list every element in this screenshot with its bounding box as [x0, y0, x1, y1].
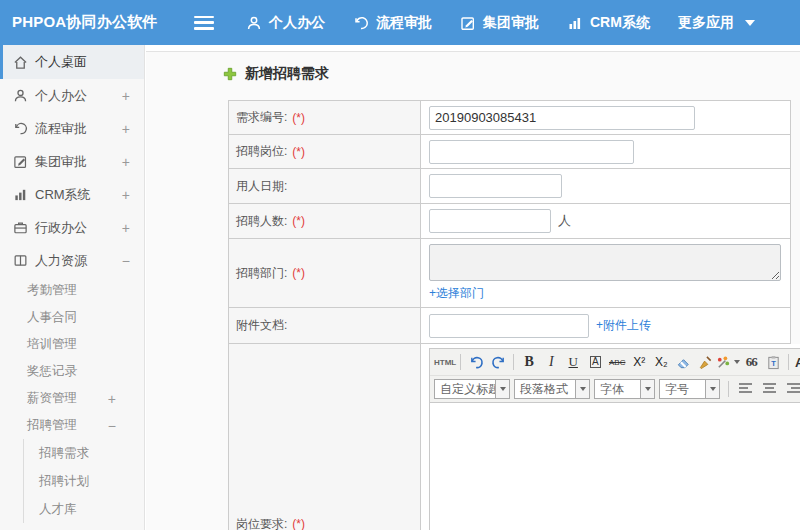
expand-plus-icon[interactable]: + — [122, 122, 130, 136]
attachment-input[interactable] — [429, 314, 589, 338]
sidebar-item-talent-pool[interactable]: 人才库 — [24, 495, 144, 523]
sidebar-item-label: 行政办公 — [35, 219, 87, 237]
expand-plus-icon[interactable]: + — [122, 188, 130, 202]
required-mark: (*) — [292, 517, 305, 530]
heading-style-dropdown[interactable]: 自定义标题 — [434, 379, 510, 399]
italic-icon[interactable]: I — [540, 352, 562, 372]
redo-icon[interactable] — [487, 352, 509, 372]
sidebar-item-recruit-demand[interactable]: 招聘需求 — [24, 439, 144, 467]
broom-icon[interactable] — [694, 352, 716, 372]
sidebar-item-hr-contract[interactable]: 人事合同 — [0, 304, 144, 331]
char-border-icon[interactable]: A — [584, 352, 606, 372]
sidebar-item-reward-punish[interactable]: 奖惩记录 — [0, 358, 144, 385]
sidebar-item-salary-mgmt[interactable]: 薪资管理 + — [0, 385, 144, 412]
attachment-upload-link[interactable]: +附件上传 — [596, 317, 651, 334]
home-icon — [13, 55, 28, 70]
content-top-divider — [146, 45, 800, 52]
html-source-icon[interactable]: HTML — [434, 352, 456, 372]
caret-down-icon — [495, 380, 509, 398]
sidebar-item-label: 人事合同 — [27, 309, 77, 326]
sidebar-item-personal-desktop[interactable]: 个人桌面 — [0, 45, 144, 79]
book-icon — [13, 253, 28, 268]
undo-icon[interactable] — [465, 352, 487, 372]
hamburger-menu-icon[interactable] — [194, 16, 214, 30]
sidebar-item-label: 个人办公 — [35, 87, 87, 105]
form-row-recruit-department: 招聘部门: (*) +选择部门 — [229, 239, 790, 308]
recruit-count-input[interactable] — [429, 209, 551, 233]
font-family-dropdown[interactable]: 字体 — [594, 379, 655, 399]
nav-label: CRM系统 — [590, 14, 650, 32]
sidebar-item-group-approval[interactable]: 集团审批 + — [0, 145, 144, 178]
chart-icon — [567, 15, 583, 31]
demand-code-input[interactable] — [429, 106, 695, 130]
nav-label: 流程审批 — [376, 14, 432, 32]
sidebar-item-attendance-mgmt[interactable]: 考勤管理 — [0, 277, 144, 304]
expand-plus-icon[interactable]: + — [122, 89, 130, 103]
sidebar-item-recruit-plan[interactable]: 招聘计划 — [24, 467, 144, 495]
eraser-icon[interactable] — [672, 352, 694, 372]
sidebar-item-label: 考勤管理 — [27, 282, 77, 299]
hire-date-input[interactable] — [429, 174, 562, 198]
required-mark: (*) — [292, 145, 305, 159]
sidebar-item-personal-office[interactable]: 个人办公 + — [0, 79, 144, 112]
recruit-post-input[interactable] — [429, 140, 634, 164]
sidebar-item-label: CRM系统 — [35, 186, 91, 204]
sidebar-item-crm-system[interactable]: CRM系统 + — [0, 178, 144, 211]
bold-icon[interactable]: B — [518, 352, 540, 372]
top-navigation: 个人办公 流程审批 集团审批 CRM系统 — [246, 14, 755, 32]
nav-personal-office[interactable]: 个人办公 — [246, 14, 325, 32]
align-left-icon[interactable] — [734, 379, 756, 399]
paste-word-icon[interactable]: T — [762, 352, 784, 372]
sidebar-item-recruit-mgmt[interactable]: 招聘管理 − — [0, 412, 144, 439]
sidebar-item-workflow-approval[interactable]: 流程审批 + — [0, 112, 144, 145]
subscript-icon[interactable]: X₂ — [650, 352, 672, 372]
sidebar-item-label: 招聘管理 — [27, 417, 77, 434]
font-size-dropdown[interactable]: 字号 — [659, 379, 720, 399]
editor-content-area[interactable] — [430, 403, 800, 530]
expand-plus-icon[interactable]: + — [122, 221, 130, 235]
history-icon — [13, 121, 28, 136]
sidebar-item-admin-office[interactable]: 行政办公 + — [0, 211, 144, 244]
app-logo: PHPOA协同办公软件 — [0, 13, 186, 32]
recruit-department-textarea[interactable] — [429, 244, 781, 281]
superscript-icon[interactable]: X² — [628, 352, 650, 372]
nav-group-approval[interactable]: 集团审批 — [460, 14, 539, 32]
paragraph-format-dropdown[interactable]: 段落格式 — [514, 379, 590, 399]
form-row-hire-date: 用人日期: — [229, 169, 790, 204]
collapse-minus-icon[interactable]: − — [108, 419, 116, 433]
align-right-icon[interactable] — [782, 379, 800, 399]
page-title: 新增招聘需求 — [245, 65, 329, 83]
edit-icon — [13, 154, 28, 169]
form-row-recruit-post: 招聘岗位: (*) — [229, 135, 790, 169]
top-header: PHPOA协同办公软件 个人办公 流程审批 — [0, 0, 800, 45]
form-row-demand-code: 需求编号: (*) — [229, 101, 790, 135]
briefcase-icon — [13, 220, 28, 235]
font-color-icon[interactable]: A — [793, 352, 800, 372]
phpoa-app: { "colors":{"header_bg":"#4b96d9","link_… — [0, 0, 800, 530]
required-mark: (*) — [292, 214, 305, 228]
sidebar-item-training-mgmt[interactable]: 培训管理 — [0, 331, 144, 358]
align-center-icon[interactable] — [758, 379, 780, 399]
sidebar-item-human-resources[interactable]: 人力资源 − — [0, 244, 144, 277]
underline-icon[interactable]: U — [562, 352, 584, 372]
select-department-link[interactable]: +选择部门 — [429, 285, 484, 302]
recruit-demand-form: 需求编号: (*) 招聘岗位: (*) 用人日期: — [228, 100, 791, 530]
strikethrough-icon[interactable]: ABC — [606, 352, 628, 372]
nav-crm-system[interactable]: CRM系统 — [567, 14, 650, 32]
field-label: 招聘岗位: (*) — [229, 135, 421, 168]
collapse-minus-icon[interactable]: − — [122, 254, 130, 268]
nav-workflow-approval[interactable]: 流程审批 — [353, 14, 432, 32]
blockquote-icon[interactable]: 66 — [740, 352, 762, 372]
main-content: 新增招聘需求 需求编号: (*) 招聘岗位: (*) 用人日期: — [146, 45, 800, 530]
nav-more-apps[interactable]: 更多应用 — [678, 14, 755, 32]
field-label: 招聘人数: (*) — [229, 204, 421, 238]
editor-toolbar-row1: HTML — [430, 349, 800, 376]
sidebar-item-label: 流程审批 — [35, 120, 87, 138]
expand-plus-icon[interactable]: + — [122, 155, 130, 169]
nav-label: 更多应用 — [678, 14, 734, 32]
palette-icon[interactable] — [716, 352, 740, 372]
expand-plus-icon[interactable]: + — [108, 392, 116, 406]
field-label: 附件文档: — [229, 308, 421, 343]
rich-text-editor: HTML — [429, 348, 800, 530]
editor-toolbar: HTML — [430, 349, 800, 403]
